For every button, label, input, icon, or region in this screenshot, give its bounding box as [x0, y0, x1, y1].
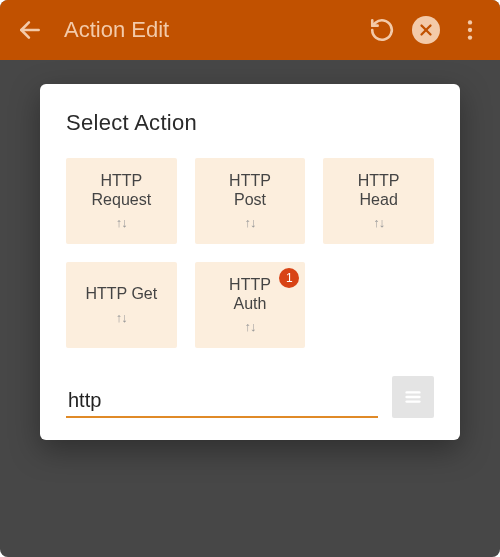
- swap-vert-icon: ↑↓: [116, 215, 127, 230]
- list-view-button[interactable]: [392, 376, 434, 418]
- action-tile-http-get[interactable]: HTTP Get ↑↓: [66, 262, 177, 348]
- action-grid: HTTP Request ↑↓ HTTP Post ↑↓ HTTP Head ↑…: [66, 158, 434, 348]
- refresh-icon: [369, 17, 395, 43]
- overflow-menu-button[interactable]: [448, 8, 492, 52]
- notification-badge: 1: [279, 268, 299, 288]
- page-title: Action Edit: [64, 17, 360, 43]
- swap-vert-icon: ↑↓: [373, 215, 384, 230]
- close-button[interactable]: [404, 8, 448, 52]
- svg-point-4: [468, 28, 472, 32]
- action-tile-http-post[interactable]: HTTP Post ↑↓: [195, 158, 306, 244]
- list-icon: [402, 386, 424, 408]
- search-input[interactable]: [66, 385, 378, 418]
- swap-vert-icon: ↑↓: [244, 215, 255, 230]
- svg-point-3: [468, 20, 472, 24]
- tile-label: HTTP Request: [92, 172, 152, 209]
- action-tile-http-head[interactable]: HTTP Head ↑↓: [323, 158, 434, 244]
- action-tile-http-auth[interactable]: HTTP Auth ↑↓ 1: [195, 262, 306, 348]
- select-action-dialog: Select Action HTTP Request ↑↓ HTTP Post …: [40, 84, 460, 440]
- svg-point-5: [468, 35, 472, 39]
- tile-label: HTTP Head: [358, 172, 400, 209]
- action-tile-http-request[interactable]: HTTP Request ↑↓: [66, 158, 177, 244]
- back-button[interactable]: [8, 8, 52, 52]
- tile-label: HTTP Get: [85, 285, 157, 303]
- tile-label: HTTP Auth: [229, 276, 271, 313]
- dialog-title: Select Action: [66, 110, 434, 136]
- swap-vert-icon: ↑↓: [244, 319, 255, 334]
- close-icon: [412, 16, 440, 44]
- app-bar: Action Edit: [0, 0, 500, 60]
- refresh-button[interactable]: [360, 8, 404, 52]
- tile-label: HTTP Post: [229, 172, 271, 209]
- app-screen: Action Edit Select Action HTTP Request ↑…: [0, 0, 500, 557]
- more-vert-icon: [457, 17, 483, 43]
- arrow-left-icon: [17, 17, 43, 43]
- swap-vert-icon: ↑↓: [116, 310, 127, 325]
- search-row: [66, 376, 434, 418]
